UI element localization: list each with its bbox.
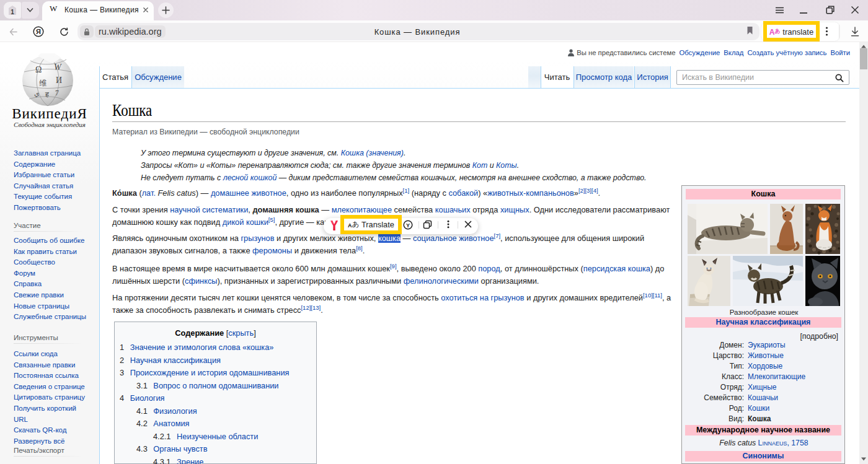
svg-text:W: W: [54, 63, 62, 72]
svg-text:ي: ي: [34, 89, 40, 97]
svg-text:ह: ह: [45, 90, 49, 98]
svg-text:И: И: [56, 76, 62, 85]
svg-text:Ω: Ω: [35, 65, 42, 74]
svg-text:1: 1: [11, 9, 14, 15]
svg-text:维: 维: [39, 79, 46, 87]
svg-text:Y: Y: [406, 222, 410, 229]
svg-text:7: 7: [55, 89, 59, 97]
